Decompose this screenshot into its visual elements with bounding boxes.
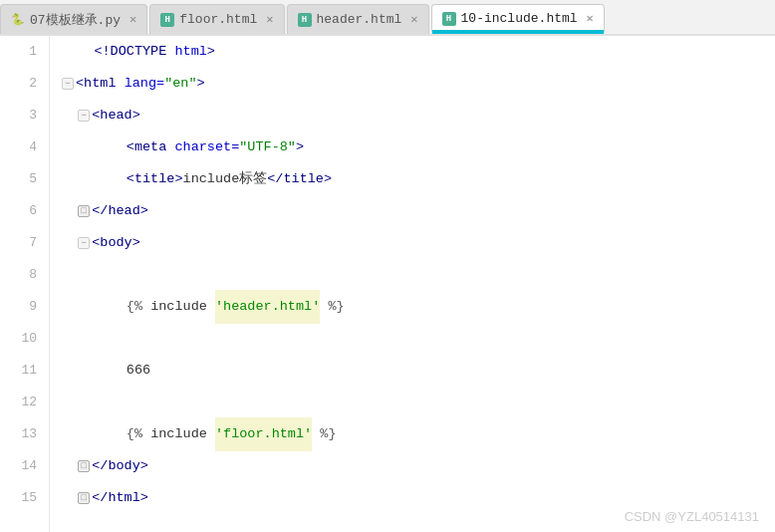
- token-charset-attr: charset=: [174, 132, 239, 163]
- html-icon-include: H: [442, 12, 456, 26]
- py-icon: 🐍: [11, 13, 25, 27]
- token-lang-val: "en": [164, 68, 196, 100]
- tab-header[interactable]: H header.html ✕: [287, 4, 429, 34]
- fold-icon-15[interactable]: □: [78, 492, 90, 504]
- token-header-str: 'header.html': [215, 290, 320, 324]
- code-line-8: [50, 259, 775, 291]
- tab-floor[interactable]: H floor.html ✕: [149, 4, 284, 34]
- line-num-5: 5: [0, 163, 49, 195]
- line-num-7: 7: [0, 227, 49, 259]
- fold-icon-7[interactable]: −: [78, 237, 90, 249]
- line-num-1: 1: [0, 36, 49, 68]
- code-line-10: [50, 323, 775, 355]
- token-include-1: include: [150, 291, 207, 323]
- tab-floor-label: floor.html: [179, 12, 257, 27]
- html-icon-floor: H: [160, 13, 174, 27]
- line-num-13: 13: [0, 418, 49, 450]
- tab-header-close[interactable]: ✕: [410, 12, 417, 27]
- token-include-2: include: [150, 418, 207, 450]
- tab-floor-close[interactable]: ✕: [266, 12, 273, 27]
- active-tab-indicator: [432, 30, 604, 32]
- code-line-5: <title>include标签</title>: [50, 163, 775, 195]
- line-numbers: 1 2 3 4 5 6 7 8 9 10 11 12 13 14 15: [0, 36, 50, 532]
- code-area: 1 2 3 4 5 6 7 8 9 10 11 12 13 14 15 <!DO…: [0, 36, 775, 532]
- tab-include-label: 10-include.html: [461, 11, 578, 26]
- token-lang-attr: lang=: [125, 68, 165, 100]
- token-tmpl-open-2: {%: [127, 418, 142, 450]
- token-charset-val: "UTF-8": [239, 132, 296, 163]
- line-num-2: 2: [0, 68, 49, 100]
- line-num-11: 11: [0, 355, 49, 387]
- line-num-8: 8: [0, 259, 49, 291]
- fold-icon-14[interactable]: □: [78, 460, 90, 472]
- code-line-14: □</body>: [50, 450, 775, 482]
- tab-py-close[interactable]: ✕: [129, 12, 136, 27]
- token-html-close: </html>: [92, 482, 148, 514]
- token-body-open: <body>: [92, 227, 140, 259]
- token-head-close: </head>: [92, 195, 148, 227]
- code-content[interactable]: <!DOCTYPE html> −<html lang="en"> −<head…: [50, 36, 775, 532]
- line-num-15: 15: [0, 482, 49, 514]
- code-line-3: −<head>: [50, 100, 775, 132]
- code-line-13: {% include 'floor.html' %}: [50, 418, 775, 450]
- code-line-2: −<html lang="en">: [50, 68, 775, 100]
- code-line-9: {% include 'header.html' %}: [50, 291, 775, 323]
- line-num-12: 12: [0, 387, 49, 418]
- line-num-9: 9: [0, 291, 49, 323]
- code-line-12: [50, 387, 775, 418]
- tab-header-label: header.html: [317, 12, 402, 27]
- token-title-text: include: [183, 163, 240, 195]
- token-html-open: <html: [76, 68, 117, 100]
- token-body-close: </body>: [92, 450, 148, 482]
- line-num-14: 14: [0, 450, 49, 482]
- tab-include[interactable]: H 10-include.html ✕: [431, 4, 605, 34]
- code-line-1: <!DOCTYPE html>: [50, 36, 775, 68]
- token-floor-str: 'floor.html': [215, 417, 312, 451]
- token-html1: html: [174, 36, 206, 68]
- token-title-chinese: 标签: [239, 163, 267, 195]
- token-head-open: <head>: [92, 100, 140, 132]
- line-num-4: 4: [0, 132, 49, 163]
- code-line-15: □</html>: [50, 482, 775, 514]
- token-title-close: </title>: [267, 163, 332, 195]
- token-tmpl-close-1: %}: [328, 291, 344, 323]
- code-line-7: −<body>: [50, 227, 775, 259]
- tab-include-close[interactable]: ✕: [587, 11, 594, 26]
- fold-icon-6[interactable]: □: [78, 205, 90, 217]
- line-num-6: 6: [0, 195, 49, 227]
- tab-py-label: 07模板继承.py: [30, 11, 121, 29]
- token-doctype: <!DOCTYPE: [94, 36, 166, 68]
- token-tmpl-close-2: %}: [320, 418, 336, 450]
- tab-py[interactable]: 🐍 07模板继承.py ✕: [0, 4, 147, 34]
- tab-bar: 🐍 07模板继承.py ✕ H floor.html ✕ H header.ht…: [0, 0, 775, 36]
- fold-icon-2[interactable]: −: [62, 78, 74, 90]
- fold-icon-3[interactable]: −: [78, 110, 90, 122]
- token-666: 666: [127, 355, 150, 387]
- code-line-6: □</head>: [50, 195, 775, 227]
- html-icon-header: H: [298, 13, 312, 27]
- code-line-4: <meta charset="UTF-8">: [50, 132, 775, 163]
- token-tmpl-open-1: {%: [127, 291, 142, 323]
- line-num-10: 10: [0, 323, 49, 355]
- line-num-3: 3: [0, 100, 49, 132]
- editor: 1 2 3 4 5 6 7 8 9 10 11 12 13 14 15 <!DO…: [0, 36, 775, 532]
- token-meta: <meta: [127, 132, 167, 163]
- token-title-open: <title>: [127, 163, 183, 195]
- code-line-11: 666: [50, 355, 775, 387]
